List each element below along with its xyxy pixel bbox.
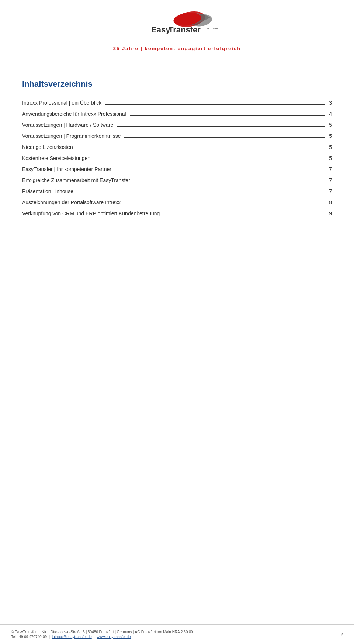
toc-item: Voraussetzungen | Programmierkenntnisse … (22, 133, 332, 139)
toc-label: EasyTransfer | Ihr kompetenter Partner (22, 166, 114, 172)
toc-number: 7 (327, 177, 332, 183)
footer: © EasyTransfer e. Kfr. Otto-Loewe-Straße… (0, 624, 354, 644)
toc-number: 3 (327, 100, 332, 106)
svg-text:Easy: Easy (151, 25, 170, 34)
footer-tel: Tel +49 69 970740-09 (11, 635, 47, 639)
main-content: Inhaltsverzeichnis Intrexx Professional … (0, 61, 354, 251)
toc-item: Kostenfreie Serviceleistungen 5 (22, 155, 332, 161)
toc-label: Erfolgreiche Zusammenarbeit mit EasyTran… (22, 177, 132, 183)
page-container: Easy Transfer est.1988 25 Jahre | kompet… (0, 0, 354, 644)
toc-number: 7 (327, 188, 332, 194)
toc-number: 9 (327, 210, 332, 216)
toc-item: Auszeichnungen der Portalsoftware Intrex… (22, 199, 332, 205)
toc-dots (115, 171, 325, 171)
toc-dots (124, 137, 325, 138)
toc-dots (94, 160, 325, 160)
toc-label: Intrexx Professional | ein Überblick (22, 100, 104, 106)
footer-left: © EasyTransfer e. Kfr. Otto-Loewe-Straße… (11, 630, 193, 639)
toc-item: Anwendungsbereiche für Intrexx Professio… (22, 111, 332, 117)
toc-item: Präsentation | inhouse 7 (22, 188, 332, 194)
toc-dots (163, 215, 325, 215)
toc-list: Intrexx Professional | ein Überblick 3 A… (22, 100, 332, 216)
toc-label: Anwendungsbereiche für Intrexx Professio… (22, 111, 128, 117)
toc-number: 4 (327, 111, 332, 117)
toc-item: Niedrige Lizenzkosten 5 (22, 144, 332, 150)
logo-svg: Easy Transfer est.1988 (133, 11, 221, 44)
toc-dots (124, 204, 325, 204)
footer-copyright: © EasyTransfer e. Kfr. Otto-Loewe-Straße… (11, 630, 193, 634)
toc-dots (117, 126, 325, 127)
toc-label: Voraussetzungen | Programmierkenntnisse (22, 133, 123, 139)
toc-label: Kostenfreie Serviceleistungen (22, 155, 93, 161)
toc-dots (130, 115, 325, 116)
toc-label: Präsentation | inhouse (22, 188, 76, 194)
footer-page-number: 2 (341, 632, 343, 637)
footer-address: Otto-Loewe-Straße 3 | 60486 Frankfurt | … (50, 630, 193, 634)
toc-number: 5 (327, 122, 332, 128)
toc-dots (134, 182, 325, 182)
toc-item: Verknüpfung von CRM und ERP optimiert Ku… (22, 210, 332, 216)
toc-item: Voraussetzungen | Hardware / Software 5 (22, 122, 332, 128)
svg-text:Transfer: Transfer (169, 25, 201, 34)
header: Easy Transfer est.1988 25 Jahre | kompet… (0, 0, 354, 61)
toc-label: Niedrige Lizenzkosten (22, 144, 75, 150)
toc-number: 7 (327, 166, 332, 172)
toc-label: Verknüpfung von CRM und ERP optimiert Ku… (22, 210, 162, 216)
toc-number: 5 (327, 155, 332, 161)
toc-dots (105, 104, 325, 105)
toc-item: EasyTransfer | Ihr kompetenter Partner 7 (22, 166, 332, 172)
footer-email-link[interactable]: intrexx@easytransfer.de (52, 635, 92, 639)
toc-item: Erfolgreiche Zusammenarbeit mit EasyTran… (22, 177, 332, 183)
toc-dots (77, 149, 325, 149)
toc-number: 5 (327, 133, 332, 139)
toc-label: Voraussetzungen | Hardware / Software (22, 122, 115, 128)
toc-number: 5 (327, 144, 332, 150)
footer-links: Tel +49 69 970740-09 | intrexx@easytrans… (11, 635, 193, 639)
tagline: 25 Jahre | kompetent engagiert erfolgrei… (113, 46, 241, 51)
toc-number: 8 (327, 199, 332, 205)
page-title: Inhaltsverzeichnis (22, 79, 332, 89)
logo-area: Easy Transfer est.1988 25 Jahre | kompet… (113, 11, 241, 51)
toc-dots (77, 193, 325, 193)
toc-item: Intrexx Professional | ein Überblick 3 (22, 100, 332, 106)
footer-website-link[interactable]: www.easytransfer.de (97, 635, 131, 639)
svg-text:est.1988: est.1988 (206, 27, 218, 30)
toc-label: Auszeichnungen der Portalsoftware Intrex… (22, 199, 123, 205)
